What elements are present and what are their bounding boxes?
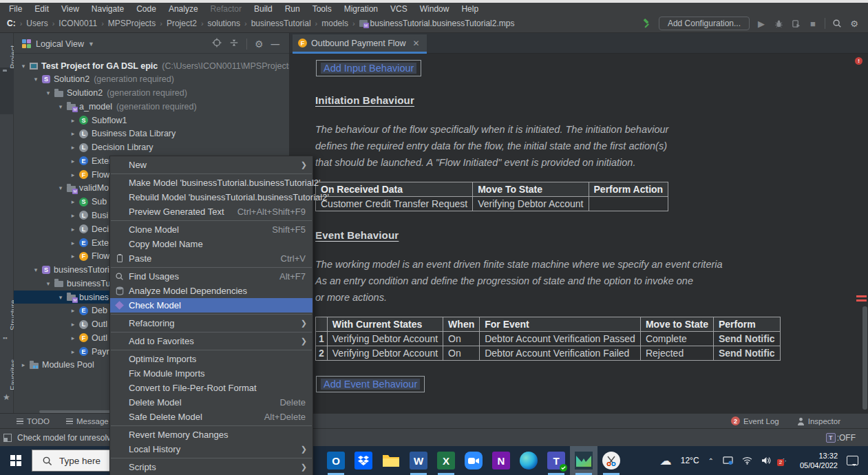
menu-item-fix-module-imports[interactable]: Fix Module Imports xyxy=(110,366,313,381)
table-cell[interactable]: On xyxy=(443,332,480,346)
tree-collapsed-chevron-icon[interactable]: ▸ xyxy=(69,321,77,328)
notification-count-icon[interactable]: ⁘2 xyxy=(780,456,791,465)
event-behaviour-heading[interactable]: Event Behaviour xyxy=(315,229,399,241)
tree-item-test-project-for-ga-dsl-epic[interactable]: ▾Test Project for GA DSL epic(C:\Users\I… xyxy=(14,59,289,72)
table-cell[interactable]: Verifying Debtor Account xyxy=(327,346,443,361)
breadcrumb-segment[interactable]: models xyxy=(321,19,348,28)
taskbar-app-zoom[interactable] xyxy=(460,446,487,475)
run-icon[interactable]: ▶ xyxy=(756,18,767,29)
event-log-tab[interactable]: 2 Event Log xyxy=(731,416,779,425)
table-cell[interactable]: Send Notific xyxy=(713,346,780,361)
table-cell[interactable]: Complete xyxy=(640,332,713,346)
menu-view[interactable]: View xyxy=(55,4,85,14)
inspector-tab[interactable]: Inspector xyxy=(797,417,840,425)
table-cell[interactable]: Send Notific xyxy=(713,332,780,346)
tree-collapsed-chevron-icon[interactable]: ▸ xyxy=(69,171,77,178)
taskbar-app-dropbox[interactable] xyxy=(350,446,377,475)
menu-item-clone-model[interactable]: Clone ModelShift+F5 xyxy=(110,222,313,237)
tree-collapsed-chevron-icon[interactable]: ▸ xyxy=(69,307,77,314)
error-stripe-mark[interactable] xyxy=(856,295,867,297)
settings-gear-icon[interactable]: ⚙ xyxy=(849,18,860,29)
table-cell[interactable]: 1 xyxy=(316,332,328,346)
taskbar-app-onenote[interactable]: N xyxy=(487,446,515,475)
tree-collapsed-chevron-icon[interactable]: ▸ xyxy=(69,240,77,246)
tree-item-solution2[interactable]: ▾Solution2(generation required) xyxy=(14,87,289,100)
breadcrumb-segment[interactable]: Users xyxy=(26,19,47,28)
menu-item-revert-memory-changes[interactable]: Revert Memory Changes xyxy=(110,427,313,442)
menu-help[interactable]: Help xyxy=(455,4,485,14)
search-everywhere-icon[interactable] xyxy=(832,18,843,29)
table-cell[interactable]: Customer Credit Transfer Request xyxy=(316,197,473,211)
tree-expanded-chevron-icon[interactable]: ▾ xyxy=(44,280,52,287)
table-cell[interactable]: Rejected xyxy=(640,346,713,361)
stop-icon[interactable]: ■ xyxy=(807,18,818,29)
menu-refactor[interactable]: Refactor xyxy=(204,4,248,14)
hide-panel-icon[interactable]: — xyxy=(271,39,280,49)
taskbar-app-mps[interactable] xyxy=(570,446,597,475)
tree-collapsed-chevron-icon[interactable]: ▸ xyxy=(69,348,77,355)
tree-expanded-chevron-icon[interactable]: ▾ xyxy=(56,184,65,191)
locate-target-icon[interactable] xyxy=(212,38,222,50)
breadcrumb-file[interactable]: businessTutorial.businessTutorial2.mps xyxy=(359,19,515,28)
tree-collapsed-chevron-icon[interactable]: ▸ xyxy=(19,361,28,368)
menu-migration[interactable]: Migration xyxy=(338,4,384,14)
tree-item-business-data-library[interactable]: ▸LBusiness Data Library xyxy=(14,127,289,140)
view-selector[interactable]: Logical View xyxy=(36,39,84,49)
menu-item-analyze-model-dependencies[interactable]: Analyze Model Dependencies xyxy=(110,284,313,298)
tree-expanded-chevron-icon[interactable]: ▾ xyxy=(56,103,65,110)
panel-gear-icon[interactable]: ⚙ xyxy=(255,39,264,50)
taskbar-app-teams[interactable]: T xyxy=(542,446,570,475)
tree-collapsed-chevron-icon[interactable]: ▸ xyxy=(69,198,77,205)
event-paragraph[interactable]: The working model is an event driven fin… xyxy=(315,256,723,306)
tree-expanded-chevron-icon[interactable]: ▾ xyxy=(32,266,40,273)
tree-collapsed-chevron-icon[interactable]: ▸ xyxy=(69,335,77,341)
menu-item-delete-model[interactable]: Delete ModelDelete xyxy=(110,395,313,410)
menu-item-check-model[interactable]: Check Model xyxy=(110,298,313,313)
weather-cloud-icon[interactable]: ☁ xyxy=(660,454,672,468)
taskbar-app-outlook[interactable]: O xyxy=(322,446,350,475)
menu-item-make-model-businesstutorial-businesstutorial2-[interactable]: Make Model 'businessTutorial.businessTut… xyxy=(110,176,313,190)
tree-expanded-chevron-icon[interactable]: ▾ xyxy=(56,294,65,301)
collapse-all-icon[interactable] xyxy=(229,38,239,50)
menu-build[interactable]: Build xyxy=(248,4,279,14)
menu-item-optimize-imports[interactable]: Optimize Imports xyxy=(110,352,313,366)
tray-expand-chevron-icon[interactable]: ⌃ xyxy=(708,457,714,465)
breadcrumb-segment[interactable]: solutions xyxy=(208,19,240,28)
menu-item-local-history[interactable]: Local History❯ xyxy=(110,442,313,456)
table-cell[interactable]: On xyxy=(443,346,480,361)
wifi-icon[interactable] xyxy=(742,456,752,465)
breadcrumb-segment[interactable]: MPSProjects xyxy=(108,19,156,28)
add-input-behaviour-button[interactable]: Add Input Behaviour xyxy=(316,60,421,76)
menu-window[interactable]: Window xyxy=(414,4,456,14)
taskbar-app-word[interactable]: W xyxy=(405,446,432,475)
initiation-behaviour-heading[interactable]: Initiation Behaviour xyxy=(315,94,414,106)
menu-code[interactable]: Code xyxy=(130,4,162,14)
error-indicator-badge[interactable]: ! xyxy=(855,57,862,65)
taskbar-app-snip[interactable] xyxy=(597,446,625,475)
build-hammer-icon[interactable] xyxy=(642,18,653,29)
text-mode-indicator[interactable]: T xyxy=(826,433,836,443)
add-event-behaviour-button[interactable]: Add Event Behaviour xyxy=(316,376,425,392)
taskbar-app-explorer[interactable] xyxy=(377,446,405,475)
initiation-paragraph[interactable]: The behaviour of the flow specifically w… xyxy=(315,121,668,171)
tree-item-subflow1[interactable]: ▸SSubflow1 xyxy=(14,114,289,127)
taskbar-app-excel[interactable]: X xyxy=(432,446,460,475)
menu-item-convert-to-file-per-root-format[interactable]: Convert to File-Per-Root Format xyxy=(110,381,313,395)
menu-edit[interactable]: Edit xyxy=(28,4,55,14)
tree-collapsed-chevron-icon[interactable]: ▸ xyxy=(69,212,77,219)
menu-item-add-to-favorites[interactable]: Add to Favorites❯ xyxy=(110,334,313,348)
menu-navigate[interactable]: Navigate xyxy=(85,4,130,14)
action-center-icon[interactable] xyxy=(847,456,858,465)
menu-item-rebuild-model-businesstutorial-businesstutorial2-[interactable]: Rebuild Model 'businessTutorial.business… xyxy=(110,190,313,204)
tree-expanded-chevron-icon[interactable]: ▾ xyxy=(44,89,52,96)
breadcrumb-segment[interactable]: ICON0011 xyxy=(59,19,97,28)
tab-outbound-payment-flow[interactable]: F Outbound Payment Flow ✕ xyxy=(293,34,427,54)
tree-collapsed-chevron-icon[interactable]: ▸ xyxy=(69,130,77,137)
tree-collapsed-chevron-icon[interactable]: ▸ xyxy=(69,158,77,165)
tree-item-decision-library[interactable]: ▸LDecision Library xyxy=(14,141,289,154)
menu-item-find-usages[interactable]: Find UsagesAlt+F7 xyxy=(110,269,313,284)
menu-file[interactable]: File xyxy=(3,4,28,14)
menu-analyze[interactable]: Analyze xyxy=(162,4,204,14)
menu-item-refactoring[interactable]: Refactoring❯ xyxy=(110,316,313,330)
todo-tab[interactable]: TODO xyxy=(17,417,50,425)
